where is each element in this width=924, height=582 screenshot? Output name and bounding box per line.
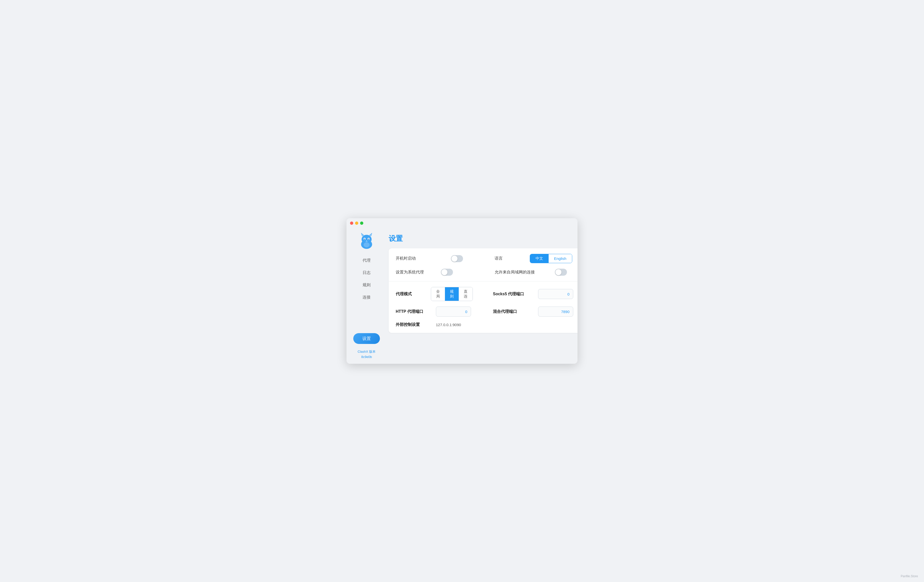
external-control-label: 外部控制设置 [396,322,431,327]
row-mode-socks5: 代理模式 全局 规则 直连 Socks5 代理端口 [396,287,573,301]
version-hash: 8c9e0b [361,355,372,359]
titlebar [346,218,578,228]
lang-chinese-btn[interactable]: 中文 [530,254,549,263]
mixed-port-label: 混合代理端口 [493,309,538,314]
socks5-setting: Socks5 代理端口 [473,289,573,299]
watermark: Panfile.Store [901,574,918,578]
row-proxy-localnet: 设置为系统代理 允许来自局域网的连接 [396,269,573,276]
svg-point-10 [366,240,367,241]
startup-setting: 开机时启动 [396,255,475,262]
sidebar-item-log[interactable]: 日志 [363,270,371,275]
row-startup-language: 开机时启动 语言 中文 English [396,254,573,263]
settings-button[interactable]: 设置 [353,333,380,344]
proxy-mode-label: 代理模式 [396,291,431,297]
system-proxy-toggle[interactable] [441,269,453,276]
svg-point-9 [368,238,369,240]
startup-toggle-thumb [452,256,457,261]
mixed-port-setting: 混合代理端口 [473,307,573,317]
settings-card: 开机时启动 语言 中文 English [389,248,578,333]
mode-global-btn[interactable]: 全局 [431,287,445,301]
http-port-input[interactable] [436,307,471,317]
close-button[interactable] [350,222,353,225]
socks5-label: Socks5 代理端口 [493,291,538,297]
mode-direct-btn[interactable]: 直连 [459,287,472,301]
local-network-setting: 允许来自局域网的连接 [475,269,574,276]
lang-english-btn[interactable]: English [549,254,572,263]
maximize-button[interactable] [360,222,363,225]
sidebar-item-proxy[interactable]: 代理 [363,258,371,263]
svg-point-8 [364,238,365,240]
system-proxy-label: 设置为系统代理 [396,270,431,275]
external-control-value: 127.0.0.1:9090 [436,322,461,327]
mode-rules-btn[interactable]: 规则 [445,287,459,301]
app-logo [358,232,376,250]
external-control-setting: 外部控制设置 127.0.0.1:9090 [396,322,573,327]
row-external-control: 外部控制设置 127.0.0.1:9090 [396,322,573,327]
sidebar-footer: 设置 ClashX 版本 8c9e0b [353,333,380,359]
startup-toggle[interactable] [451,255,463,262]
local-network-label: 允许来自局域网的连接 [495,270,545,275]
language-label: 语言 [495,256,530,261]
language-toggle: 中文 English [530,254,572,263]
proxy-mode-setting: 代理模式 全局 规则 直连 [396,287,473,301]
proxy-section: 代理模式 全局 规则 直连 Socks5 代理端口 [389,281,578,333]
http-port-setting: HTTP 代理端口 [396,307,473,317]
system-proxy-setting: 设置为系统代理 [396,269,475,276]
system-proxy-toggle-thumb [441,269,447,275]
proxy-mode-toggle: 全局 规则 直连 [431,287,473,301]
page-title: 设置 [389,234,578,243]
svg-point-11 [363,242,370,247]
traffic-lights [350,222,363,225]
http-port-label: HTTP 代理端口 [396,309,431,314]
language-setting: 语言 中文 English [475,254,574,263]
general-section: 开机时启动 语言 中文 English [389,248,578,281]
socks5-port-input[interactable] [538,289,573,299]
sidebar: 代理 日志 规则 连接 设置 ClashX 版本 8c9e0b [346,228,387,364]
startup-label: 开机时启动 [396,256,431,261]
mixed-port-input[interactable] [538,307,573,317]
local-network-toggle[interactable] [555,269,567,276]
main-content: 设置 开机时启动 语言 [387,228,578,364]
local-network-toggle-thumb [555,269,561,275]
app-window: 代理 日志 规则 连接 设置 ClashX 版本 8c9e0b 设置 [346,218,578,364]
version-label: ClashX 版本 [358,349,376,354]
minimize-button[interactable] [355,222,358,225]
row-http-mixed: HTTP 代理端口 混合代理端口 [396,307,573,317]
sidebar-item-rules[interactable]: 规则 [363,283,371,288]
nav-items: 代理 日志 规则 连接 [363,258,371,333]
app-body: 代理 日志 规则 连接 设置 ClashX 版本 8c9e0b 设置 [346,228,578,364]
sidebar-item-connections[interactable]: 连接 [363,295,371,300]
